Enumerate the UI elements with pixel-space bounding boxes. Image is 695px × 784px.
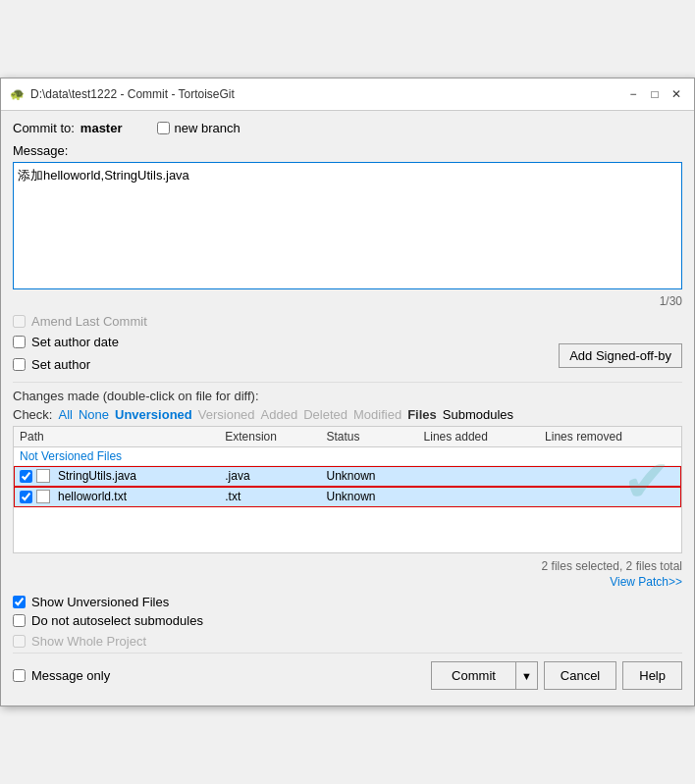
- bottom-options: Show Unversioned Files Do not autoselect…: [13, 595, 682, 628]
- table-header-row: Path Extension Status Lines added Lines …: [14, 427, 681, 447]
- show-whole-project-checkbox[interactable]: [13, 635, 26, 648]
- changes-header: Changes made (double-click on file for d…: [13, 389, 682, 403]
- do-not-autoselect-row: Do not autoselect submodules: [13, 613, 682, 628]
- col-status: Status: [321, 427, 418, 447]
- filter-files: Files: [407, 407, 437, 422]
- file-status-1: Unknown: [321, 466, 418, 487]
- col-lines-added: Lines added: [418, 427, 540, 447]
- filter-added: Added: [261, 407, 298, 422]
- file-ext-1: .java: [219, 466, 320, 487]
- message-section: Message: 添加helloworld,StringUtils.java 1…: [13, 143, 682, 308]
- commit-to-label: Commit to:: [13, 121, 75, 135]
- file-path-cell: StringUtils.java: [14, 466, 219, 487]
- file-icon-2: [36, 490, 50, 503]
- file-name-2: helloworld.txt: [58, 490, 127, 503]
- file-lines-added-1: [418, 466, 540, 487]
- filter-submodules: Submodules: [443, 407, 513, 422]
- branch-name: master: [80, 121, 123, 135]
- file-icon-1: [36, 469, 50, 483]
- commit-dropdown-button[interactable]: ▼: [515, 661, 538, 690]
- filter-none[interactable]: None: [79, 407, 109, 422]
- filter-versioned: Versioned: [198, 407, 255, 422]
- col-path: Path: [14, 427, 219, 447]
- table-row[interactable]: StringUtils.java .java Unknown: [14, 466, 681, 487]
- title-bar: 🐢 D:\data\test1222 - Commit - TortoiseGi…: [1, 78, 694, 111]
- filter-modified: Modified: [353, 407, 401, 422]
- cancel-button[interactable]: Cancel: [544, 661, 616, 690]
- signed-off-row: Set author date Set author Add Signed-of…: [13, 335, 682, 376]
- view-patch-link[interactable]: View Patch>>: [13, 575, 682, 589]
- commit-button[interactable]: Commit: [431, 661, 515, 690]
- do-not-autoselect-checkbox[interactable]: [13, 614, 26, 627]
- amend-label: Amend Last Commit: [31, 314, 147, 329]
- filter-unversioned[interactable]: Unversioned: [115, 407, 192, 422]
- group-header-label: Not Versioned Files: [14, 447, 681, 466]
- files-summary: 2 files selected, 2 files total: [13, 559, 682, 573]
- maximize-button[interactable]: □: [645, 84, 665, 104]
- window-title: D:\data\test1222 - Commit - TortoiseGit: [30, 87, 623, 101]
- main-window: 🐢 D:\data\test1222 - Commit - TortoiseGi…: [0, 78, 695, 706]
- show-unversioned-label: Show Unversioned Files: [31, 595, 169, 609]
- set-author-row: Set author: [13, 357, 119, 372]
- new-branch-checkbox[interactable]: [157, 122, 170, 134]
- set-author-checkbox[interactable]: [13, 358, 26, 371]
- file-lines-removed-1: [539, 466, 681, 487]
- group-header-row: Not Versioned Files: [14, 447, 681, 466]
- message-only-checkbox[interactable]: [13, 669, 26, 682]
- new-branch-group: new branch: [157, 121, 240, 135]
- file-path-cell-2: helloworld.txt: [14, 487, 219, 507]
- minimize-button[interactable]: −: [623, 84, 643, 104]
- set-author-date-checkbox[interactable]: [13, 336, 26, 348]
- filter-all[interactable]: All: [58, 407, 72, 422]
- file-status-2: Unknown: [321, 487, 418, 507]
- message-textarea[interactable]: 添加helloworld,StringUtils.java: [13, 162, 682, 289]
- amend-checkbox[interactable]: [13, 315, 26, 328]
- window-controls: − □ ✕: [623, 84, 686, 104]
- table-row[interactable]: helloworld.txt .txt Unknown: [14, 487, 681, 507]
- message-label: Message:: [13, 143, 682, 158]
- file-checkbox-2[interactable]: [20, 491, 32, 503]
- file-checkbox-1[interactable]: [20, 470, 32, 483]
- do-not-autoselect-label: Do not autoselect submodules: [31, 613, 203, 628]
- new-branch-label: new branch: [174, 121, 240, 135]
- filter-deleted: Deleted: [303, 407, 348, 422]
- left-action: Message only: [13, 668, 110, 683]
- commit-btn-group: Commit ▼: [431, 661, 538, 690]
- file-lines-added-2: [418, 487, 540, 507]
- set-author-date-row: Set author date: [13, 335, 119, 349]
- signed-off-left: Set author date Set author: [13, 335, 119, 376]
- action-row: Message only Commit ▼ Cancel Help: [13, 653, 682, 696]
- close-button[interactable]: ✕: [667, 84, 686, 104]
- message-only-label: Message only: [31, 668, 110, 683]
- files-table: Path Extension Status Lines added Lines …: [14, 427, 681, 507]
- app-icon: 🐢: [9, 86, 25, 102]
- col-lines-removed: Lines removed: [539, 427, 681, 447]
- set-author-label: Set author: [31, 357, 90, 372]
- message-counter: 1/30: [13, 294, 682, 308]
- set-author-date-label: Set author date: [31, 335, 119, 349]
- show-whole-project-label: Show Whole Project: [31, 634, 146, 649]
- add-signed-off-button[interactable]: Add Signed-off-by: [559, 343, 682, 368]
- amend-row: Amend Last Commit: [13, 314, 682, 329]
- help-button[interactable]: Help: [622, 661, 682, 690]
- file-lines-removed-2: [539, 487, 681, 507]
- check-label: Check:: [13, 407, 52, 422]
- right-actions: Commit ▼ Cancel Help: [431, 661, 682, 690]
- show-whole-project-row: Show Whole Project: [13, 634, 682, 649]
- file-name-1: StringUtils.java: [58, 469, 136, 483]
- show-unversioned-row: Show Unversioned Files: [13, 595, 682, 609]
- files-table-container: ✔ Path Extension Status Lines added Line…: [13, 426, 682, 553]
- commit-to-row: Commit to: master new branch: [13, 121, 682, 135]
- show-unversioned-checkbox[interactable]: [13, 596, 26, 608]
- separator-1: [13, 382, 682, 383]
- check-filter-row: Check: All None Unversioned Versioned Ad…: [13, 407, 682, 422]
- col-extension: Extension: [219, 427, 320, 447]
- file-ext-2: .txt: [219, 487, 320, 507]
- main-content: Commit to: master new branch Message: 添加…: [1, 111, 694, 706]
